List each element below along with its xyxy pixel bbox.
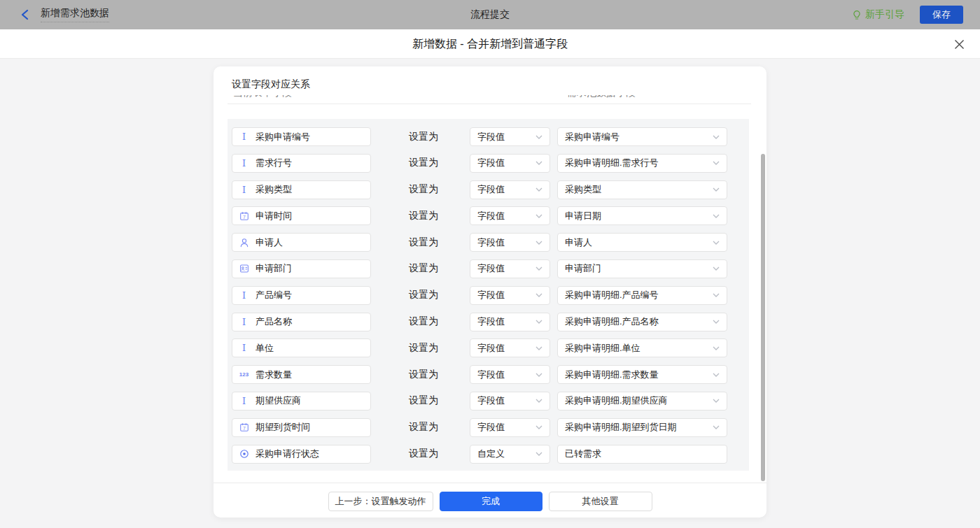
target-select[interactable]: 采购申请编号 [557, 127, 727, 146]
chevron-down-icon [536, 187, 542, 192]
mode-select[interactable]: 字段值 [470, 206, 550, 225]
card-title: 设置字段对应关系 [232, 78, 310, 91]
field-mapping-row: 采购申请行状态 设置为 自定义 [227, 445, 749, 464]
chevron-down-icon [536, 161, 542, 165]
footer-divider [214, 483, 766, 483]
target-select[interactable]: 采购申请明细.需求数量 [557, 365, 727, 384]
flow-title[interactable]: 新增需求池数据 [41, 7, 109, 22]
dialog-body: 设置字段对应关系 当前表单字段 需求池数据字段 I 采购申请编号 设置为 字段值… [0, 59, 980, 528]
target-select[interactable]: 采购申请明细.期望到货日期 [557, 418, 727, 437]
target-value: 采购申请明细.单位 [565, 342, 640, 355]
source-field[interactable]: 申请部门 [232, 259, 371, 278]
other-settings-button[interactable]: 其他设置 [549, 492, 652, 511]
text-icon: I [239, 131, 249, 142]
chevron-down-icon [713, 214, 720, 218]
source-field[interactable]: I 单位 [232, 338, 371, 357]
mode-select[interactable]: 字段值 [470, 259, 550, 278]
field-mapping-row: 申请部门 设置为 字段值 申请部门 [227, 259, 749, 278]
source-field-label: 采购申请行状态 [255, 448, 319, 460]
number-icon: 123 [239, 369, 249, 380]
set-as-label: 设置为 [409, 342, 439, 355]
source-field[interactable]: 采购申请行状态 [232, 445, 371, 464]
text-icon: I [239, 317, 249, 327]
radio-icon [239, 449, 249, 459]
lightbulb-icon [852, 10, 862, 20]
mode-select[interactable]: 字段值 [470, 418, 550, 437]
source-field[interactable]: I 产品编号 [232, 286, 371, 305]
text-icon: I [239, 396, 249, 406]
scrollbar-thumb[interactable] [761, 154, 765, 481]
source-field[interactable]: I 期望供应商 [232, 392, 371, 411]
source-field-label: 产品编号 [255, 289, 292, 301]
mode-value: 字段值 [477, 183, 505, 196]
guide-label: 新手引导 [865, 8, 904, 21]
source-column-header: 当前表单字段 [233, 95, 292, 99]
chevron-down-icon [536, 241, 542, 245]
mode-select[interactable]: 字段值 [470, 180, 550, 199]
set-as-label: 设置为 [409, 131, 439, 143]
chevron-down-icon [713, 399, 720, 403]
target-select[interactable]: 采购申请明细.产品编号 [557, 286, 727, 305]
target-select[interactable]: 采购申请明细.单位 [557, 338, 727, 357]
mode-select[interactable]: 字段值 [470, 154, 550, 173]
source-field[interactable]: 123 需求数量 [232, 365, 371, 384]
target-select[interactable]: 申请人 [557, 233, 727, 252]
target-select[interactable]: 申请部门 [557, 259, 727, 278]
target-select[interactable]: 申请日期 [557, 206, 727, 225]
source-field[interactable]: I 采购申请编号 [232, 127, 371, 146]
source-field[interactable]: I 产品名称 [232, 313, 371, 331]
prev-step-button[interactable]: 上一步：设置触发动作 [328, 492, 433, 511]
field-mapping-row: 7 申请时间 设置为 字段值 申请日期 [227, 206, 749, 225]
source-field[interactable]: I 采购类型 [232, 180, 371, 199]
mode-value: 字段值 [477, 131, 505, 143]
dialog-title: 新增数据 - 合并新增到普通字段 [0, 29, 980, 59]
mode-select[interactable]: 字段值 [470, 286, 550, 305]
chevron-down-icon [713, 187, 720, 192]
mode-value: 字段值 [477, 262, 505, 275]
chevron-down-icon [536, 266, 542, 271]
source-field-label: 期望到货时间 [255, 421, 310, 434]
field-mapping-row: I 采购申请编号 设置为 字段值 采购申请编号 [227, 127, 749, 146]
mode-select[interactable]: 字段值 [470, 338, 550, 357]
target-select[interactable]: 采购申请明细.期望供应商 [557, 392, 727, 411]
set-as-label: 设置为 [409, 394, 439, 407]
source-field-label: 需求行号 [255, 157, 292, 169]
source-field[interactable]: I 需求行号 [232, 154, 371, 173]
chevron-down-icon [536, 346, 542, 350]
source-field-label: 单位 [255, 342, 274, 355]
back-button[interactable] [18, 8, 31, 21]
svg-text:7: 7 [243, 426, 246, 431]
target-select[interactable]: 采购申请明细.需求行号 [557, 154, 727, 173]
mode-select[interactable]: 字段值 [470, 365, 550, 384]
mode-select[interactable]: 字段值 [470, 392, 550, 411]
mode-select[interactable]: 自定义 [470, 445, 550, 464]
done-button[interactable]: 完成 [440, 492, 542, 511]
mode-select[interactable]: 字段值 [470, 313, 550, 331]
target-select[interactable]: 采购申请明细.产品名称 [557, 313, 727, 331]
custom-value-input[interactable] [557, 445, 727, 464]
chevron-down-icon [536, 452, 542, 456]
target-select[interactable]: 采购类型 [557, 180, 727, 199]
mode-select[interactable]: 字段值 [470, 233, 550, 252]
target-column-header: 需求池数据字段 [567, 95, 636, 99]
source-field[interactable]: 7 期望到货时间 [232, 418, 371, 437]
field-mapping-row: I 产品编号 设置为 字段值 采购申请明细.产品编号 [227, 286, 749, 305]
source-field-label: 采购申请编号 [255, 131, 310, 143]
source-field-label: 需求数量 [255, 369, 292, 381]
calendar-icon: 7 [239, 211, 249, 221]
guide-button[interactable]: 新手引导 [852, 8, 904, 21]
mode-value: 字段值 [477, 157, 505, 169]
chevron-down-icon [713, 346, 720, 350]
close-button[interactable] [953, 38, 965, 50]
target-value: 采购申请明细.期望到货日期 [565, 421, 677, 434]
set-as-label: 设置为 [409, 448, 439, 460]
chevron-down-icon [713, 135, 720, 139]
source-field[interactable]: 申请人 [232, 233, 371, 252]
chevron-down-icon [713, 293, 720, 297]
save-button[interactable]: 保存 [920, 6, 963, 24]
mode-value: 字段值 [477, 342, 505, 355]
mode-value: 字段值 [477, 289, 505, 301]
source-field[interactable]: 7 申请时间 [232, 206, 371, 225]
target-value: 采购类型 [565, 183, 601, 196]
mode-select[interactable]: 字段值 [470, 127, 550, 146]
